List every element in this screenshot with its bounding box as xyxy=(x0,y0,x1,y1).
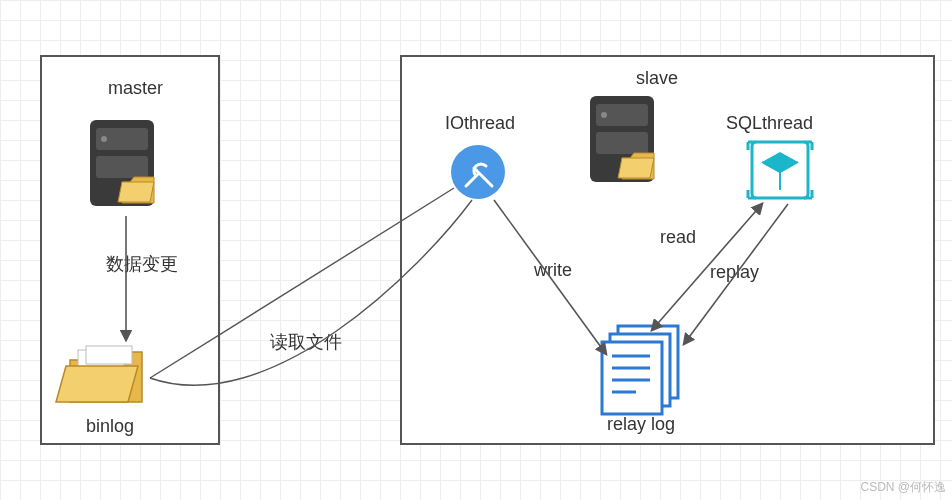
watermark: CSDN @何怀逸 xyxy=(860,479,946,496)
arrow-data-change: 数据变更 xyxy=(106,252,178,276)
relay-log-label: relay log xyxy=(607,414,675,435)
sqlthread-label: SQLthread xyxy=(726,113,813,134)
master-title: master xyxy=(108,78,163,99)
read-file-label: 读取文件 xyxy=(270,330,342,354)
read-label: read xyxy=(660,227,696,248)
slave-title: slave xyxy=(636,68,678,89)
replay-label: replay xyxy=(710,262,759,283)
master-box xyxy=(40,55,220,445)
iothread-label: IOthread xyxy=(445,113,515,134)
binlog-label: binlog xyxy=(86,416,134,437)
write-label: write xyxy=(534,260,572,281)
